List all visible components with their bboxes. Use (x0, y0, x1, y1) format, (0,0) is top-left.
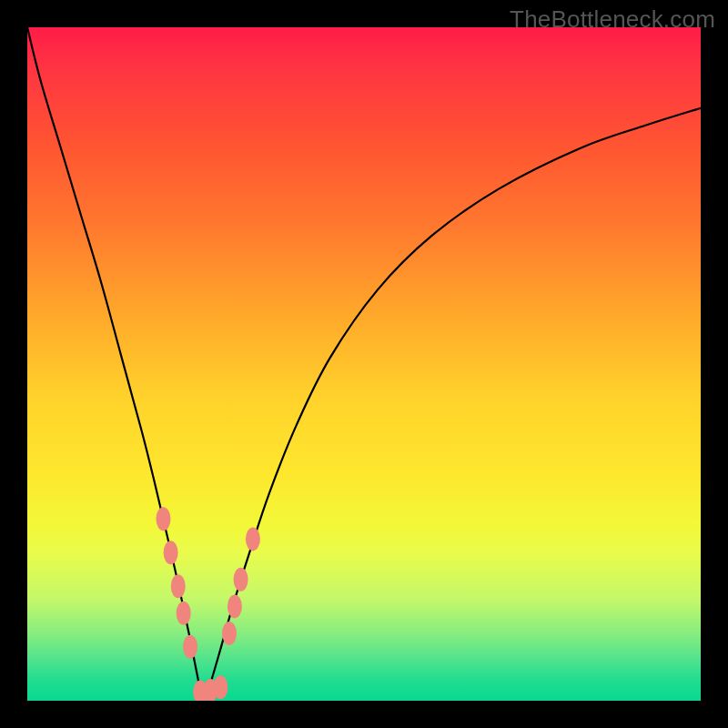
chart-svg (27, 27, 701, 701)
bead-marker (228, 594, 242, 618)
bead-marker (183, 635, 197, 659)
curve-right-branch (202, 108, 701, 701)
bead-marker (156, 507, 170, 531)
bead-markers (156, 507, 259, 701)
watermark-text: TheBottleneck.com (510, 5, 715, 34)
bead-marker (222, 622, 237, 645)
bead-marker (246, 527, 260, 551)
plot-area (27, 27, 701, 701)
bead-marker (234, 568, 248, 592)
bead-marker (171, 574, 186, 598)
bead-marker (177, 602, 191, 625)
bead-marker (213, 675, 228, 699)
curve-left-branch (27, 27, 202, 701)
chart-frame: TheBottleneck.com (0, 0, 728, 728)
bead-marker (164, 541, 178, 564)
